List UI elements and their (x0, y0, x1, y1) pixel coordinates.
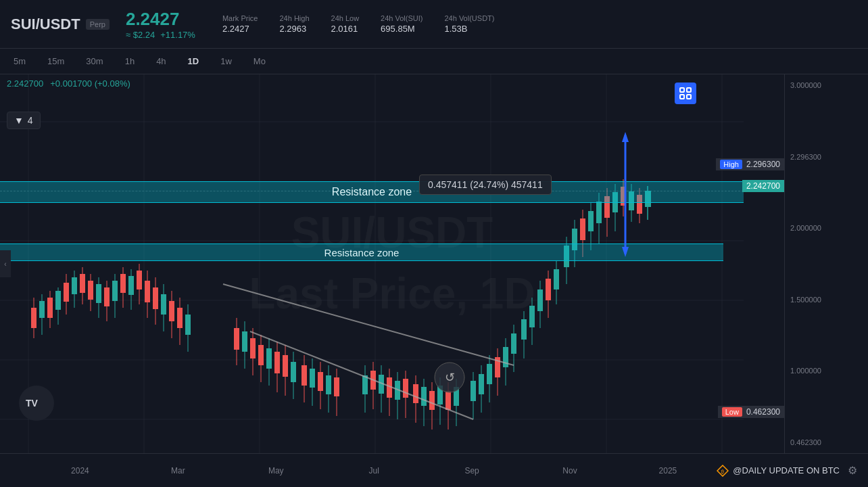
stat-label-1: 24h High (279, 14, 309, 22)
chart-wrap: 2.242700 +0.001700 (+0.08%) ▼ 4 SUI/USDT… (0, 74, 868, 453)
price-block: 2.2427 ≈ $2.24 +11.17% (126, 9, 195, 40)
price-level-4: 1.000000 (790, 367, 863, 375)
stat-item-1: 24h High2.2963 (279, 14, 309, 34)
update-label: @DAILY UPDATE ON BTC (733, 465, 840, 476)
stat-item-4: 24h Vol(USDT)1.53B (444, 14, 494, 34)
time-label-1: Mar (129, 466, 227, 476)
time-axis: 2024MarMayJulSepNov2025 (11, 466, 717, 476)
svg-rect-3 (687, 95, 691, 99)
low-price-badge: Low 0.462300 (718, 406, 784, 418)
wedge-lines (0, 74, 744, 453)
timeframe-4h[interactable]: 4h (156, 56, 166, 66)
perp-badge: Perp (86, 19, 110, 30)
chart-change-label: +0.001700 (+0.08%) (50, 78, 130, 89)
timeframe-30m[interactable]: 30m (86, 56, 103, 66)
stat-value-3: 695.85M (381, 24, 423, 34)
usd-price: ≈ $2.24 (126, 30, 155, 40)
price-level-2: 2.000000 (790, 224, 863, 232)
sidebar-collapse-arrow[interactable]: ‹ (0, 250, 11, 277)
svg-text:₿: ₿ (721, 469, 724, 475)
stat-item-3: 24h Vol(SUI)695.85M (381, 14, 423, 34)
bottom-bar: 2024MarMayJulSepNov2025 ₿ @DAILY UPDATE … (0, 453, 868, 487)
timeframe-1D[interactable]: 1D (188, 56, 199, 66)
timeframe-1h[interactable]: 1h (125, 56, 135, 66)
header: SUI/USDT Perp 2.2427 ≈ $2.24 +11.17% Mar… (0, 0, 868, 49)
stats-block: Mark Price2.242724h High2.296324h Low2.0… (222, 14, 495, 34)
time-label-5: Nov (521, 466, 619, 476)
symbol-block: SUI/USDT Perp (11, 16, 110, 33)
tradingview-logo: TV (19, 386, 54, 421)
symbol-name: SUI/USDT (11, 16, 80, 33)
price-sub: ≈ $2.24 +11.17% (126, 30, 195, 40)
svg-rect-2 (680, 95, 684, 99)
time-label-4: Sep (423, 466, 521, 476)
price-level-1: 2.296300 (790, 153, 863, 161)
settings-icon[interactable]: ⚙ (848, 464, 857, 477)
high-value: 2.296300 (746, 160, 780, 169)
main-price: 2.2427 (126, 9, 195, 30)
update-text: ₿ @DAILY UPDATE ON BTC (717, 465, 840, 477)
chart-info-strip: 2.242700 +0.001700 (+0.08%) (7, 78, 130, 89)
timeframe-Mo[interactable]: Mo (254, 56, 266, 66)
time-label-3: Jul (325, 466, 423, 476)
bitcoin-icon: ₿ (717, 465, 729, 477)
chevron-down-icon: ▼ (14, 115, 24, 126)
time-label-6: 2025 (619, 466, 717, 476)
svg-text:TV: TV (26, 398, 39, 409)
fullscreen-button[interactable] (675, 83, 696, 104)
tooltip-text: 0.457411 (24.74%) 457411 (428, 179, 543, 190)
low-label: Low (722, 407, 742, 417)
change-pct: +11.17% (160, 30, 195, 40)
measurement-tooltip: 0.457411 (24.74%) 457411 (419, 175, 552, 195)
chart-container: 2.242700 +0.001700 (+0.08%) ▼ 4 SUI/USDT… (0, 74, 784, 453)
current-price-badge: 2.242700 (742, 180, 784, 192)
timeframe-1w[interactable]: 1w (220, 56, 232, 66)
svg-marker-7 (622, 132, 629, 142)
stat-label-2: 24h Low (331, 14, 360, 22)
price-level-5: 0.462300 (790, 438, 863, 446)
timeframe-15m[interactable]: 15m (47, 56, 64, 66)
stat-item-2: 24h Low2.0161 (331, 14, 360, 34)
timeframe-bar: 5m15m30m1h4h1D1wMo (0, 49, 868, 74)
price-level-3: 1.500000 (790, 296, 863, 304)
bottom-right: ₿ @DAILY UPDATE ON BTC ⚙ (717, 464, 857, 477)
timeframe-5m[interactable]: 5m (14, 56, 26, 66)
svg-rect-0 (680, 88, 684, 92)
svg-marker-8 (622, 247, 629, 257)
stat-label-0: Mark Price (222, 14, 258, 22)
stat-value-0: 2.2427 (222, 24, 258, 34)
chart-price-label: 2.242700 (7, 78, 43, 89)
high-label: High (720, 160, 742, 169)
stat-item-0: Mark Price2.2427 (222, 14, 258, 34)
layer-count-button[interactable]: ▼ 4 (7, 112, 41, 129)
stat-label-3: 24h Vol(SUI) (381, 14, 423, 22)
stat-label-4: 24h Vol(USDT) (444, 14, 494, 22)
time-label-0: 2024 (31, 466, 129, 476)
stat-value-2: 2.0161 (331, 24, 360, 34)
price-level-0: 3.000000 (790, 81, 863, 89)
stat-value-4: 1.53B (444, 24, 494, 34)
layer-count: 4 (28, 115, 33, 126)
stat-value-1: 2.2963 (279, 24, 309, 34)
time-label-2: May (227, 466, 325, 476)
low-value: 0.462300 (746, 407, 780, 417)
tv-logo-text: TV (26, 396, 47, 411)
current-price-value: 2.242700 (746, 181, 780, 191)
high-price-badge: High 2.296300 (716, 158, 784, 170)
svg-line-4 (223, 284, 514, 365)
svg-rect-1 (687, 88, 691, 92)
price-axis: 3.0000002.2963002.0000001.5000001.000000… (784, 74, 868, 453)
